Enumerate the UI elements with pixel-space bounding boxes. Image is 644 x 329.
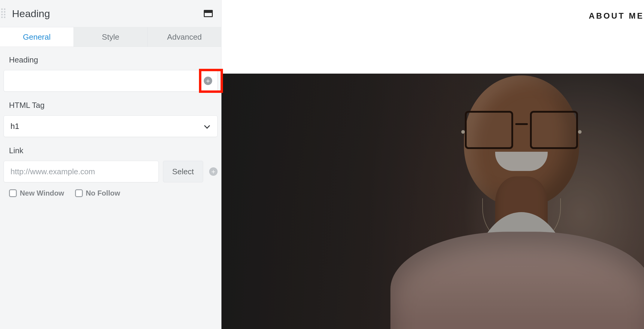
drag-handle-icon[interactable] [1, 8, 7, 18]
tab-advanced[interactable]: Advanced [148, 27, 221, 47]
tab-general[interactable]: General [0, 27, 74, 47]
link-url-input[interactable] [4, 161, 159, 182]
field-link: Link Select ＋ New Window No Follow [4, 146, 218, 197]
site-nav: ABOUT ME [221, 0, 644, 53]
site-preview: ABOUT ME [221, 0, 644, 329]
link-select-button[interactable]: Select [163, 161, 203, 182]
plus-icon: ＋ [205, 78, 211, 84]
link-options: New Window No Follow [4, 182, 218, 197]
panel-body: Heading ＋ HTML Tag Link [0, 47, 221, 197]
hero-image [221, 74, 644, 329]
checkbox-new-window[interactable]: New Window [9, 189, 64, 197]
link-add-button[interactable]: ＋ [209, 167, 218, 176]
panel-title: Heading [12, 8, 50, 20]
field-html-tag: HTML Tag [4, 101, 218, 137]
field-heading-label: Heading [4, 55, 218, 70]
checkbox-icon [9, 189, 17, 197]
field-html-tag-label: HTML Tag [4, 101, 218, 115]
checkbox-no-follow-label: No Follow [86, 189, 120, 197]
nav-link-about-me[interactable]: ABOUT ME [589, 11, 644, 21]
field-link-label: Link [4, 146, 218, 161]
checkbox-icon [75, 189, 83, 197]
plus-icon: ＋ [210, 167, 217, 176]
checkbox-new-window-label: New Window [20, 189, 64, 197]
tab-style[interactable]: Style [74, 27, 148, 47]
heading-input[interactable] [4, 70, 218, 92]
html-tag-select[interactable] [4, 115, 218, 137]
field-heading: Heading ＋ [4, 55, 218, 92]
tabs: General Style Advanced [0, 27, 221, 47]
heading-add-button[interactable]: ＋ [204, 77, 212, 85]
checkbox-no-follow[interactable]: No Follow [75, 189, 120, 197]
settings-panel: Heading General Style Advanced Heading ＋ [0, 0, 221, 329]
window-icon[interactable] [204, 10, 213, 17]
panel-header: Heading [0, 0, 221, 27]
